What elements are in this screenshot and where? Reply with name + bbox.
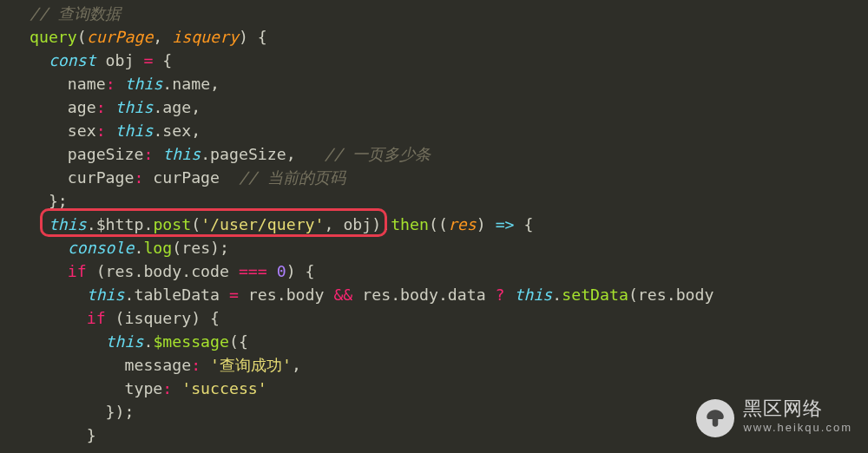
code-token: : [134,168,143,187]
code-token: this [49,215,87,233]
code-token: this [115,121,154,140]
code-token: curPage [143,168,239,187]
code-token: 0 [277,262,286,280]
code-token [201,356,210,374]
watermark-sub: www.heikqu.com [743,418,852,437]
code-token: type [125,379,163,397]
code-token: : [191,356,201,374]
code-line: // 查询数据 [30,2,713,25]
code-token: ) { [286,262,315,280]
code-token: // 查询数据 [30,4,121,23]
code-line: const obj = { [30,49,713,72]
code-line: } [30,423,713,447]
code-token [115,75,125,93]
code-token: setData [562,286,628,304]
code-token [106,98,115,116]
code-token: age [68,98,96,116]
code-token: this [125,75,163,93]
code-token: ( [191,215,201,233]
code-token: pageSize [68,145,144,163]
code-token: if [68,262,87,280]
code-token: .$http. [87,215,154,233]
code-token: obj [96,51,144,69]
code-token: } [87,426,96,444]
code-token: .pageSize, [201,145,324,163]
code-line: query(curPage, isquery) { [30,25,713,49]
code-line: type: 'success' [30,377,713,400]
code-token: (res); [172,239,229,257]
code-token: post [153,215,191,233]
code-token: ({ [229,332,248,351]
code-token: name [68,75,106,93]
code-line: curPage: curPage // 当前的页码 [30,166,713,189]
code-token: ? [496,286,505,304]
code-token [106,121,115,140]
code-token: : [143,145,153,163]
code-token: // 一页多少条 [325,145,431,163]
code-block: // 查询数据query(curPage, isquery) { const o… [30,2,713,447]
code-token: . [134,239,143,257]
code-line: message: '查询成功', [30,353,713,377]
code-line: console.log(res); [30,236,713,259]
watermark-title: 黑区网络 [743,397,823,419]
code-token: isquery [172,28,239,46]
code-token: => [496,215,515,233]
code-token [153,145,162,163]
code-token: this [162,145,201,163]
code-token: .age, [153,98,201,116]
code-token: }; [49,192,68,210]
code-token: (isquery) { [106,309,220,327]
code-token: . [552,286,562,304]
code-token [267,262,277,280]
code-token: this [106,332,144,351]
code-token: res.body.data [352,286,495,304]
code-token: : [162,379,172,397]
code-line: name: this.name, [30,72,713,95]
code-token: : [106,75,115,93]
code-token: '查询成功' [210,356,292,374]
code-token: 'success' [181,379,267,397]
code-token: message [125,356,192,374]
code-line: this.tableData = res.body && res.body.da… [30,283,713,306]
code-token: .tableData [125,286,229,304]
code-token: , obj). [325,215,391,233]
code-token: ( [77,28,87,46]
code-token: .sex, [153,121,201,140]
code-token: && [333,286,352,304]
code-token: this [115,98,154,116]
code-token: { [153,51,172,69]
code-token: query [30,28,77,46]
code-line: this.$message({ [30,330,713,353]
code-line: this.$http.post('/user/query', obj).then… [30,213,713,236]
code-line: age: this.age, [30,95,713,119]
code-token: (( [429,215,448,233]
code-token: this [87,286,125,304]
code-token: if [87,309,106,327]
code-token: res [448,215,477,233]
code-token: res.body [239,286,334,304]
code-token: this [514,286,552,304]
code-token: $message [153,332,229,351]
code-token [505,286,515,304]
code-token: ) { [239,28,267,46]
code-token: ) [477,215,496,233]
code-token: curPage [87,28,154,46]
code-line: }; [30,189,713,213]
code-token: (res.body [628,286,714,304]
code-token: curPage [68,168,135,187]
code-token: . [143,332,153,351]
code-line: pageSize: this.pageSize, // 一页多少条 [30,142,713,166]
code-line: if (res.body.code === 0) { [30,259,713,283]
code-token: , [153,28,172,46]
code-line: if (isquery) { [30,306,713,330]
watermark: 黑区网络 www.heikqu.com [696,399,852,437]
code-token: sex [68,121,96,140]
code-token: console [68,239,135,257]
code-token: '/user/query' [201,215,324,233]
code-line: sex: this.sex, [30,119,713,142]
code-token: , [292,356,301,374]
code-token: // 当前的页码 [239,168,345,187]
code-token: : [96,121,106,140]
code-token: = [143,51,153,69]
code-token: log [143,239,172,257]
